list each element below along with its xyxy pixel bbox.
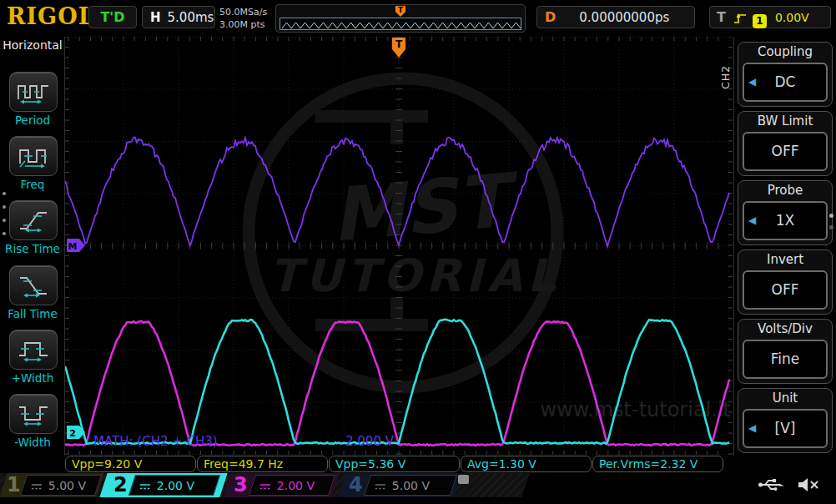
freq-button[interactable] [9,136,58,176]
channel-4-chip[interactable]: 4 5.00 V [338,473,461,497]
waveform-display: MSTTUTORIALwww.mst-tutorial.itMATH: (CH2… [65,37,733,456]
oscilloscope-screen: RIGOL T'D H5.00ms 50.0MSa/s 3.00M pts T … [0,0,836,504]
acquisition-info: 50.0MSa/s 3.00M pts [219,6,267,31]
memory-position-bar: T [275,4,526,33]
pwidth-label: +Width [0,371,65,385]
usb-icon [758,476,786,493]
freq-icon [17,144,50,169]
trigger-level-value: 0.00V [775,11,809,24]
pwidth-button[interactable] [9,330,58,370]
measurement-freq-ch1: Freq=49.7 Hz [197,456,328,472]
rising-edge-icon [733,12,748,25]
timebase-value: 5.00ms [168,10,214,25]
trigger-source-badge: 1 [753,14,767,28]
trigger-label: T [717,9,726,25]
left-arrow-icon: ◀ [748,64,756,100]
menu-item-volts-div[interactable]: Volts/Div Fine [738,319,833,384]
fall-time-button[interactable] [9,265,58,305]
menu-scroll-dot [3,205,6,209]
bottom-strip [0,497,836,504]
svg-text:TUTORIAL: TUTORIAL [269,249,561,302]
measurement-vpp-ch2: Vpp=5.36 V [329,456,460,472]
fall-time-label: Fall Time [0,307,65,320]
memory-depth: 3.00M pts [219,18,267,31]
dc-coupling-icon [375,482,386,491]
scroll-notch [458,475,469,484]
rise-time-button[interactable] [9,200,58,240]
channel-4-number: 4 [349,473,363,497]
menu-item-coupling[interactable]: Coupling ◀ DC [738,42,833,107]
period-button[interactable] [9,72,58,112]
channel-4-scale: 5.00 V [392,479,430,492]
channel-3-chip[interactable]: 3 2.00 V [223,473,339,497]
memory-waveform-strip [280,18,521,30]
nwidth-label: -Width [0,436,65,449]
channel-2-chip[interactable]: 2 2.00 V [99,473,227,497]
fall-time-icon [17,273,50,298]
channel-3-scale: 2.00 V [277,479,315,492]
svg-text:M: M [68,241,78,252]
trigger-status-badge: T'D [88,6,137,28]
measurement-vrms-ch2: Per.Vrms=2.32 V [592,456,723,472]
channel-1-number: 1 [7,473,21,497]
minus-width-icon [17,401,50,426]
delay-chip: D0.00000000ps [536,6,695,28]
freq-label: Freq [0,178,65,191]
channel-3-number: 3 [234,473,248,497]
menu-item-invert[interactable]: Invert OFF [738,249,833,315]
channel-2-number: 2 [113,473,128,497]
right-menu-divider [733,37,734,456]
period-icon [17,79,50,104]
trigger-chip: T 10.00V [709,6,831,28]
measurement-avg-ch2: Avg=1.30 V [461,456,592,472]
dc-coupling-icon [31,482,43,491]
channel-1-scale: 5.00 V [48,479,86,492]
rise-time-icon [17,208,50,233]
delay-label: D [545,9,556,25]
memory-trigger-marker-icon: T [395,6,405,17]
period-label: Period [0,113,65,127]
menu-item-unit[interactable]: Unit ◀ [V] [738,388,833,453]
menu-scroll-dot [3,232,6,235]
timebase-label: H [150,10,161,25]
menu-scroll-dot [3,192,6,195]
svg-text:2.000 V: 2.000 V [345,434,395,449]
channel-2-scale: 2.00 V [157,479,194,492]
menu-page-dot [829,214,833,218]
memory-zigzag [280,20,521,31]
sample-rate: 50.0MSa/s [219,6,267,18]
svg-text:MATH: (CH2 + CH3): MATH: (CH2 + CH3) [93,434,218,449]
plus-width-icon [17,337,50,362]
timebase-chip: H5.00ms [142,6,215,28]
rise-time-label: Rise Time [0,242,65,255]
channel-menu-tab: CH2 [719,65,732,89]
menu-item-bw-limit[interactable]: BW Limit OFF [738,111,833,176]
delay-value: 0.00000000ps [579,10,669,25]
dc-coupling-icon [139,482,151,491]
horizontal-measure-menu: Horizontal Period Freq [0,37,65,456]
measurement-vpp-ch1: Vpp=9.20 V [65,456,196,472]
speaker-muted-icon [797,476,822,493]
menu-scroll-dot [3,219,6,222]
left-arrow-icon: ◀ [748,203,756,239]
left-menu-title: Horizontal [0,38,65,52]
menu-page-dot [829,225,833,229]
rigol-logo: RIGOL [7,3,95,29]
left-arrow-icon: ◀ [748,411,756,446]
svg-text:2: 2 [69,428,76,439]
svg-text:T: T [395,38,403,50]
menu-item-probe[interactable]: Probe ◀ 1X [738,180,833,245]
channel-1-chip[interactable]: 1 5.00 V [0,473,104,497]
dc-coupling-icon [259,482,271,491]
status-icons [758,476,822,496]
nwidth-button[interactable] [9,394,58,434]
